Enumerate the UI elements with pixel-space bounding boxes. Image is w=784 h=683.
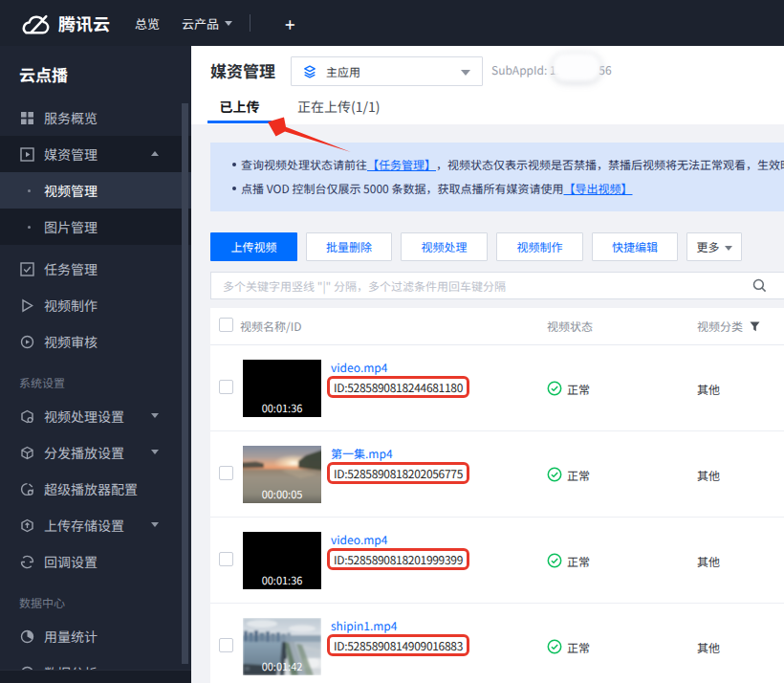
sidebar-item-label: 服务概览: [44, 108, 98, 127]
table-row: 00:01:36 video.mp4 ID:528589081824468118…: [210, 345, 784, 431]
censor-blur-patch: [553, 54, 600, 81]
tab-uploaded[interactable]: 已上传: [209, 92, 270, 124]
row-checkbox[interactable]: [219, 380, 233, 394]
sidebar-item-label: 视频审核: [44, 332, 98, 351]
video-duration: 00:01:36: [243, 572, 321, 587]
more-button[interactable]: 更多: [686, 232, 742, 261]
media-icon: [19, 146, 34, 162]
sidebar-item-distribution-settings[interactable]: 分发播放设置: [0, 434, 191, 471]
upload-video-button[interactable]: 上传视频: [210, 232, 297, 261]
sidebar-item-image-management[interactable]: 图片管理: [0, 209, 191, 245]
quick-edit-button[interactable]: 快捷编辑: [592, 232, 678, 261]
sidebar-item-callback-settings[interactable]: 回调设置: [0, 543, 191, 580]
video-status-cell: 正常: [547, 518, 590, 604]
page-header: 媒资管理 主应用 SubAppId: 12 56: [191, 46, 784, 92]
video-name-cell: shipin1.mp4 ID:5285890814909016883: [331, 617, 469, 656]
video-name-cell: 第一集.mp4 ID:5285890818202056775: [331, 445, 469, 484]
success-check-icon: [547, 467, 562, 482]
sidebar-item-service-overview[interactable]: 服务概览: [0, 99, 191, 136]
sidebar-item-video-produce[interactable]: 视频制作: [0, 287, 191, 323]
sidebar-item-video-process-settings[interactable]: 视频处理设置: [0, 398, 191, 434]
video-duration: 00:01:42: [243, 658, 321, 673]
video-name-link[interactable]: shipin1.mp4: [331, 618, 397, 632]
chevron-down-icon: [725, 246, 732, 251]
success-check-icon: [547, 639, 562, 654]
sidebar-item-upload-storage-settings[interactable]: 上传存储设置: [0, 507, 191, 543]
topnav-products[interactable]: 云产品: [182, 14, 232, 33]
video-thumbnail: 00:00:05: [243, 446, 321, 503]
sidebar: 云点播 服务概览 媒资管理 视频管理 图片管理 任务管理 视频制作 视频审核 系…: [0, 46, 191, 683]
tencent-cloud-logo[interactable]: 腾讯云: [18, 11, 110, 36]
toolbar: 上传视频 批量删除 视频处理 视频制作 快捷编辑 更多: [210, 232, 742, 261]
tab-uploading[interactable]: 正在上传(1/1): [297, 92, 381, 124]
sidebar-item-task-management[interactable]: 任务管理: [0, 251, 191, 287]
video-process-button[interactable]: 视频处理: [401, 232, 488, 261]
table-header: 视频名称/ID 视频状态 视频分类: [210, 308, 784, 345]
sidebar-item-usage-statistics[interactable]: 用量统计: [0, 618, 191, 654]
batch-delete-button[interactable]: 批量删除: [306, 232, 392, 261]
sidebar-item-label: 回调设置: [44, 552, 98, 571]
notice-text: 点播 VOD 控制台仅展示 5000 条数据，获取点播所有媒资请使用: [241, 180, 563, 196]
sidebar-item-media-management[interactable]: 媒资管理: [0, 136, 191, 172]
topnav-products-label: 云产品: [182, 14, 219, 33]
sidebar-item-super-player-config[interactable]: 超级播放器配置: [0, 471, 191, 507]
search-input[interactable]: 多个关键字用竖线 "|" 分隔，多个过滤条件用回车键分隔: [210, 272, 784, 299]
chevron-down-icon: [151, 450, 159, 454]
row-checkbox[interactable]: [219, 552, 233, 566]
export-video-link[interactable]: 【导出视频】: [563, 180, 632, 196]
task-icon: [19, 261, 34, 276]
select-all-checkbox[interactable]: [219, 318, 233, 332]
video-category-cell: 其他: [697, 431, 720, 518]
video-name-link[interactable]: video.mp4: [331, 532, 387, 546]
sidebar-item-label: 超级播放器配置: [44, 479, 138, 498]
video-id-annotation-box: ID:5285890818201999399: [327, 548, 469, 570]
task-management-link[interactable]: 【任务管理】: [367, 156, 436, 172]
video-produce-button[interactable]: 视频制作: [496, 232, 583, 261]
sidebar-item-label: 视频制作: [44, 296, 98, 315]
column-header-status: 视频状态: [547, 308, 593, 344]
tab-label: 正在上传(1/1): [297, 92, 381, 121]
column-header-category: 视频分类: [697, 308, 760, 345]
row-checkbox[interactable]: [219, 638, 233, 652]
sidebar-item-video-management[interactable]: 视频管理: [0, 172, 191, 209]
app-select[interactable]: 主应用: [291, 56, 483, 86]
main-content: 媒资管理 主应用 SubAppId: 12 56 已上传 正在上传(1/1) 查…: [191, 46, 784, 683]
add-tab-button[interactable]: +: [285, 14, 295, 33]
video-name-link[interactable]: video.mp4: [331, 360, 387, 374]
status-text: 正常: [567, 553, 590, 569]
tab-label: 已上传: [209, 92, 270, 121]
topnav-overview[interactable]: 总览: [135, 14, 160, 33]
sidebar-scrollbar[interactable]: [182, 103, 188, 664]
bullet-dot-icon: [28, 189, 31, 192]
storage-icon: [19, 518, 34, 533]
produce-icon: [19, 297, 34, 313]
sidebar-section-system-settings: 系统设置: [0, 360, 191, 398]
notice-banner: 查询视频处理状态请前往【任务管理】，视频状态仅表示视频是否禁播，禁播后视频将无法…: [210, 143, 784, 211]
sidebar-item-label: 用量统计: [44, 627, 98, 646]
chevron-down-icon: [151, 522, 159, 527]
sidebar-item-label: 任务管理: [44, 259, 98, 278]
filter-icon[interactable]: [750, 319, 760, 335]
row-checkbox[interactable]: [219, 466, 233, 480]
table-row: 00:00:05 第一集.mp4 ID:5285890818202056775 …: [210, 431, 784, 518]
search-icon[interactable]: [752, 278, 767, 296]
distribute-icon: [19, 445, 34, 460]
usage-icon: [19, 628, 34, 644]
callback-icon: [19, 554, 34, 569]
sidebar-item-video-review[interactable]: 视频审核: [0, 323, 191, 360]
chevron-up-icon: [151, 151, 159, 156]
sidebar-footer-bar: [0, 670, 191, 683]
app-select-value: 主应用: [326, 63, 360, 79]
tab-bar: 已上传 正在上传(1/1): [191, 92, 784, 124]
status-text: 正常: [567, 639, 590, 655]
sidebar-item-label: 媒资管理: [44, 144, 98, 164]
video-id-annotation-box: ID:5285890818244681180: [327, 376, 469, 398]
video-thumbnail: 00:01:36: [243, 532, 321, 589]
topbar: 腾讯云 总览 云产品 +: [0, 0, 784, 46]
notice-text: 查询视频处理状态请前往: [241, 156, 367, 172]
cloud-logo-icon: [18, 11, 50, 36]
video-status-cell: 正常: [547, 431, 590, 518]
media-table: 视频名称/ID 视频状态 视频分类 00:01:36 video.mp4 ID:…: [210, 308, 784, 683]
video-name-link[interactable]: 第一集.mp4: [331, 446, 393, 460]
sidebar-item-label: 视频管理: [44, 181, 98, 200]
